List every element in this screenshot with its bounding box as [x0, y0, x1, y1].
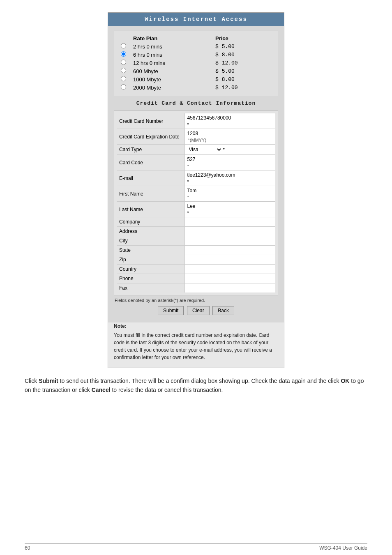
form-row: Card TypeVisaMasterCardAmExDiscover*	[117, 145, 275, 155]
rate-plan-label: 1000 Mbyte	[131, 75, 213, 83]
form-input-country[interactable]	[187, 266, 274, 272]
below-paragraph: Click Submit to send out this transactio…	[25, 376, 367, 395]
form-field-label-card_code: Card Code	[117, 155, 184, 170]
main-panel: Wireless Internet Access Rate Plan Price…	[108, 12, 284, 368]
panel-title: Wireless Internet Access	[145, 16, 247, 23]
rate-plan-row: 2000 Mbyte$ 12.00	[118, 83, 274, 92]
rate-plan-label: 2 hrs 0 mins	[131, 42, 213, 51]
form-input-cc_expiry[interactable]	[187, 130, 274, 137]
form-field-cell-city[interactable]	[184, 236, 275, 246]
form-field-cell-country[interactable]	[184, 265, 275, 274]
form-field-cell-email[interactable]: *	[184, 170, 275, 186]
back-button[interactable]: Back	[212, 306, 234, 315]
rate-plan-radio-5[interactable]	[121, 84, 126, 90]
clear-button[interactable]: Clear	[187, 306, 210, 315]
form-input-fax[interactable]	[187, 285, 274, 291]
rate-plan-radio-4[interactable]	[121, 76, 126, 81]
rate-plan-row: 12 hrs 0 mins$ 12.00	[118, 59, 274, 67]
form-row: Credit Card Expiration Date*(MMYY)	[117, 129, 275, 145]
price-col-header: Price	[213, 35, 274, 42]
form-field-cell-last_name[interactable]: *	[184, 202, 275, 217]
form-row: Card Code*	[117, 155, 275, 170]
below-text: Click Submit to send out this transactio…	[25, 376, 367, 395]
required-mark-email: *	[187, 179, 189, 184]
required-mark-cc_number: *	[187, 122, 189, 127]
form-field-cell-state[interactable]	[184, 246, 275, 255]
form-field-cell-cc_number[interactable]: *	[184, 113, 275, 129]
form-field-label-city: City	[117, 236, 184, 246]
form-input-address[interactable]	[187, 228, 274, 235]
form-row: Zip	[117, 255, 275, 265]
form-input-city[interactable]	[187, 237, 274, 244]
form-row: Phone	[117, 274, 275, 283]
form-input-last_name[interactable]	[187, 203, 274, 210]
form-row: Fax	[117, 283, 275, 293]
form-select-card_type[interactable]: VisaMasterCardAmExDiscover	[187, 146, 222, 153]
form-field-cell-cc_expiry[interactable]: *(MMYY)	[184, 129, 275, 145]
form-field-cell-first_name[interactable]: *	[184, 186, 275, 202]
form-row: First Name*	[117, 186, 275, 202]
required-mark-card_type: *	[223, 147, 225, 152]
form-input-zip[interactable]	[187, 256, 274, 263]
form-input-phone[interactable]	[187, 275, 274, 282]
button-row: Submit Clear Back	[114, 306, 278, 315]
form-input-company[interactable]	[187, 219, 274, 225]
form-table: Credit Card Number*Credit Card Expiratio…	[117, 113, 275, 292]
footer-page-number: 60	[25, 545, 30, 551]
form-field-cell-fax[interactable]	[184, 283, 275, 293]
form-row: City	[117, 236, 275, 246]
rate-plan-label: 2000 Mbyte	[131, 83, 213, 92]
note-title: Note:	[114, 322, 278, 330]
required-note: Fields denoted by an asterisk(*) are req…	[115, 298, 278, 303]
form-input-state[interactable]	[187, 247, 274, 253]
form-field-cell-phone[interactable]	[184, 274, 275, 283]
rate-plan-price: $ 8.00	[213, 75, 274, 83]
rate-plan-table: Rate Plan Price 2 hrs 0 mins$ 5.006 hrs …	[118, 35, 274, 92]
rate-plan-row: 2 hrs 0 mins$ 5.00	[118, 42, 274, 51]
form-field-label-email: E-mail	[117, 170, 184, 186]
form-row: Country	[117, 265, 275, 274]
rate-plan-radio-2[interactable]	[121, 60, 126, 65]
form-field-cell-card_code[interactable]: *	[184, 155, 275, 170]
form-row: Credit Card Number*	[117, 113, 275, 129]
rate-plan-radio-1[interactable]	[121, 51, 126, 57]
form-field-label-address: Address	[117, 227, 184, 236]
form-row: Last Name*	[117, 202, 275, 217]
panel-header: Wireless Internet Access	[108, 13, 284, 26]
rate-plan-radio-3[interactable]	[121, 68, 126, 73]
rate-plan-price: $ 5.00	[213, 42, 274, 51]
rate-plan-label: 12 hrs 0 mins	[131, 59, 213, 67]
required-mark-last_name: *	[187, 210, 189, 215]
form-field-label-phone: Phone	[117, 274, 184, 283]
form-field-label-cc_number: Credit Card Number	[117, 113, 184, 129]
form-field-cell-address[interactable]	[184, 227, 275, 236]
rate-plan-price: $ 8.00	[213, 51, 274, 59]
form-field-cell-card_type[interactable]: VisaMasterCardAmExDiscover*	[184, 145, 275, 155]
form-field-cell-company[interactable]	[184, 217, 275, 227]
rate-plan-label: 600 Mbyte	[131, 67, 213, 75]
cancel-bold: Cancel	[92, 387, 111, 393]
submit-button[interactable]: Submit	[158, 306, 184, 315]
form-row: State	[117, 246, 275, 255]
form-field-label-cc_expiry: Credit Card Expiration Date	[117, 129, 184, 145]
form-input-cc_number[interactable]	[187, 115, 274, 121]
note-body: You must fill in the correct credit card…	[114, 332, 278, 361]
rate-plan-section: Rate Plan Price 2 hrs 0 mins$ 5.006 hrs …	[114, 30, 278, 96]
form-field-label-fax: Fax	[117, 283, 184, 293]
note-section: Note: You must fill in the correct credi…	[114, 322, 278, 361]
rate-plan-row: 1000 Mbyte$ 8.00	[118, 75, 274, 83]
form-field-cell-zip[interactable]	[184, 255, 275, 265]
rate-plan-row: 6 hrs 0 mins$ 8.00	[118, 51, 274, 59]
form-row: Company	[117, 217, 275, 227]
rate-plan-price: $ 12.00	[213, 83, 274, 92]
form-input-email[interactable]	[187, 172, 274, 178]
form-field-label-country: Country	[117, 265, 184, 274]
form-input-card_code[interactable]	[187, 156, 274, 163]
submit-bold: Submit	[39, 378, 58, 384]
rate-plan-price: $ 12.00	[213, 59, 274, 67]
footer-doc-title: WSG-404 User Guide	[319, 545, 367, 551]
form-field-label-zip: Zip	[117, 255, 184, 265]
form-input-first_name[interactable]	[187, 187, 274, 194]
rate-plan-price: $ 5.00	[213, 67, 274, 75]
rate-plan-radio-0[interactable]	[121, 43, 126, 48]
